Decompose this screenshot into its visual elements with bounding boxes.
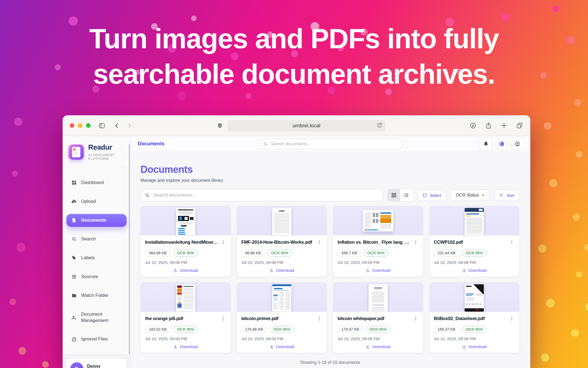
download-label: Download <box>276 268 294 273</box>
download-link[interactable]: Download <box>462 268 487 273</box>
back-icon[interactable] <box>114 122 120 129</box>
thumbnail-area <box>141 282 231 312</box>
sidebar-item-search[interactable]: Search <box>66 233 127 246</box>
download-icon <box>366 268 370 273</box>
document-date: Jul 10, 2025, 09:08 PM <box>241 336 323 341</box>
zoom-window-button[interactable] <box>86 123 91 128</box>
user-profile-card[interactable]: D Denny admin@readur.com <box>66 358 127 368</box>
slash-circle-icon <box>71 337 77 342</box>
select-button[interactable]: Select <box>417 189 446 201</box>
document-date: Jul 10, 2025, 09:08 PM <box>145 336 226 341</box>
pdf-thumbnail[interactable] <box>465 284 484 312</box>
pdf-thumbnail[interactable] <box>272 208 291 235</box>
sidebar-item-documents[interactable]: Documents <box>66 214 127 227</box>
document-card[interactable]: bitcoin whitepaper.pdf 179.97 KB OCR 95%… <box>333 282 423 353</box>
download-label: Download <box>372 344 390 349</box>
document-card[interactable]: BitBox02_Datasheet.pdf 189.37 KB OCR 95%… <box>429 282 520 353</box>
theme-toggle-icon[interactable] <box>496 138 507 150</box>
header-search-input[interactable] <box>271 141 398 146</box>
download-icon <box>173 268 177 273</box>
document-card[interactable]: CCWP102.pdf 231.44 KB OCR 95% Jul 10, 20… <box>429 206 520 277</box>
sidebar-item-label: Sources <box>81 274 98 280</box>
ocr-status-badge: OCR 95% <box>364 249 388 257</box>
download-link[interactable]: Download <box>173 268 198 273</box>
documents-toolbar: Select OCR Status Sort <box>140 189 519 201</box>
card-body: BitBox02_Datasheet.pdf 189.37 KB OCR 95%… <box>430 312 519 353</box>
download-link[interactable]: Download <box>366 268 390 273</box>
grid-view-icon <box>391 192 397 198</box>
download-label: Download <box>468 344 487 349</box>
sidebar-scrollbar[interactable] <box>129 144 130 354</box>
downloads-icon[interactable] <box>469 122 477 129</box>
download-link[interactable]: Download <box>270 268 294 273</box>
sort-button[interactable]: Sort <box>494 189 519 201</box>
kebab-menu-icon[interactable] <box>413 239 419 246</box>
kebab-menu-icon[interactable] <box>509 316 515 322</box>
document-card[interactable]: the orange pill.pdf 183.02 KB OCR 95% Ju… <box>140 282 231 353</box>
new-tab-icon[interactable] <box>500 122 508 129</box>
view-toggle <box>387 189 413 201</box>
kebab-menu-icon[interactable] <box>220 316 226 322</box>
decorative-dots-pink <box>0 0 4 4</box>
thumbnail-area <box>141 206 231 236</box>
pdf-thumbnail[interactable] <box>176 284 195 312</box>
list-view-button[interactable] <box>400 189 413 201</box>
download-link[interactable]: Download <box>462 344 487 349</box>
file-size-badge: 86.86 KB <box>241 249 265 257</box>
pdf-thumbnail[interactable] <box>176 208 195 235</box>
sidebar-user-area: D Denny admin@readur.com <box>63 354 130 368</box>
user-gear-icon <box>71 315 77 320</box>
documents-search[interactable] <box>140 189 383 201</box>
ocr-status-dropdown[interactable]: OCR Status <box>451 189 490 201</box>
sidebar-item-ignored-files[interactable]: Ignored Files <box>66 333 127 346</box>
grid-view-button[interactable] <box>388 189 400 201</box>
document-title: Installationsanleitung NerdMiner.pdf <box>145 239 219 245</box>
document-title: Inflation vs. Bitcoin_ Flyer lang_RGB.pd… <box>338 239 411 245</box>
readur-logo: R <box>69 144 84 160</box>
kebab-menu-icon[interactable] <box>316 316 322 322</box>
reload-icon[interactable] <box>376 122 383 129</box>
kebab-menu-icon[interactable] <box>316 239 322 246</box>
share-icon[interactable] <box>485 122 492 129</box>
browser-window: R Readur AI DOCUMENT PLATFORM Dashboard … <box>63 115 530 368</box>
download-link[interactable]: Download <box>173 344 198 349</box>
forward-icon[interactable] <box>126 122 133 129</box>
document-card[interactable]: FMF-2014-How-Bitcoin-Works.pdf 86.86 KB … <box>237 206 327 277</box>
breadcrumb[interactable]: Documents <box>138 141 164 147</box>
sidebar-item-sources[interactable]: Sources <box>66 270 127 283</box>
sidebar-toggle-icon[interactable] <box>98 122 105 129</box>
account-icon[interactable] <box>512 138 523 150</box>
pdf-thumbnail[interactable] <box>272 284 291 312</box>
sidebar-item-labels[interactable]: Labels <box>66 252 127 264</box>
pdf-thumbnail[interactable] <box>369 284 388 312</box>
header-search[interactable] <box>258 139 403 149</box>
sidebar-item-upload[interactable]: Upload <box>66 195 127 208</box>
sidebar-item-dashboard[interactable]: Dashboard <box>66 176 127 189</box>
minimize-window-button[interactable] <box>78 123 82 128</box>
brand-name: Readur <box>88 143 125 152</box>
pdf-thumbnail[interactable] <box>465 208 484 235</box>
document-card[interactable]: bitcoin.primer.pdf 176.66 KB OCR 95% Jul… <box>237 282 327 353</box>
hero-headline: Turn images and PDFs into fullysearchabl… <box>0 21 588 92</box>
document-card[interactable]: Inflation vs. Bitcoin_ Flyer lang_RGB.pd… <box>333 206 423 277</box>
kebab-menu-icon[interactable] <box>220 239 226 246</box>
file-size-badge: 231.44 KB <box>434 249 459 257</box>
browser-toolbar <box>63 115 530 136</box>
sidebar-item-watch-folder[interactable]: Watch Folder <box>66 289 127 302</box>
sidebar-item-document-management[interactable]: Document Management <box>66 308 120 327</box>
sidebar-item-label: Upload <box>81 198 96 205</box>
address-bar[interactable] <box>228 120 385 131</box>
close-window-button[interactable] <box>70 123 74 128</box>
notifications-bell-icon[interactable] <box>480 138 492 150</box>
url-input[interactable] <box>228 123 385 129</box>
download-link[interactable]: Download <box>270 344 294 349</box>
kebab-menu-icon[interactable] <box>413 316 419 322</box>
tab-overview-icon[interactable] <box>516 122 523 129</box>
kebab-menu-icon[interactable] <box>509 239 515 246</box>
documents-search-input[interactable] <box>153 192 379 198</box>
magnifier-icon <box>71 236 77 242</box>
pdf-thumbnail[interactable] <box>363 210 393 231</box>
download-link[interactable]: Download <box>366 344 390 349</box>
document-card[interactable]: Installationsanleitung NerdMiner.pdf 364… <box>140 206 231 277</box>
shield-icon[interactable] <box>217 122 223 129</box>
